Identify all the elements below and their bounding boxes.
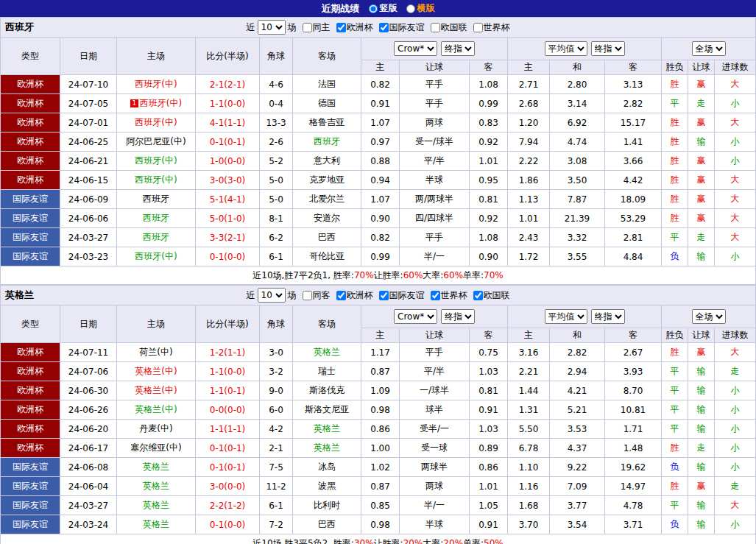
recent-count-select[interactable]: 10 <box>258 20 286 35</box>
euro-odds-header: 平均值 终指 <box>508 305 662 328</box>
asian-away-odds: 1.01 <box>470 477 508 496</box>
home-team: 西班牙(中) <box>117 152 196 171</box>
competition-type: 国际友谊 <box>1 515 60 534</box>
euro-odds-header: 平均值 终指 <box>508 38 662 60</box>
filter-option[interactable]: 同主 <box>303 21 331 34</box>
filter-option[interactable]: 欧国联 <box>431 21 467 34</box>
filter-checkbox[interactable] <box>431 23 440 32</box>
over-under-result: 小 <box>715 152 756 171</box>
euro-home-odds: 2.21 <box>508 362 550 381</box>
handicap-result: 走 <box>688 439 715 458</box>
filter-checkbox[interactable] <box>431 291 440 300</box>
summary-segment: 让胜率: <box>374 537 403 544</box>
filter-option[interactable]: 欧国联 <box>473 289 510 302</box>
competition-type: 欧洲杯 <box>1 381 60 400</box>
filter-option[interactable]: 国际友谊 <box>379 289 425 302</box>
col-asian-away: 客 <box>470 60 508 75</box>
scope-select[interactable]: 全场 <box>692 41 726 56</box>
over-under-result: 小 <box>715 247 756 266</box>
filter-checkbox[interactable] <box>473 291 483 300</box>
away-team: 英格兰 <box>293 439 361 458</box>
filter-option[interactable]: 同客 <box>303 289 331 302</box>
handicap-result: 赢 <box>688 343 715 362</box>
handicap-result: 赢 <box>688 113 715 133</box>
bookmaker-select[interactable]: Crow* <box>394 309 437 324</box>
away-team: 北爱尔兰 <box>293 190 361 209</box>
filter-checkbox[interactable] <box>303 23 312 32</box>
win-draw-loss-result: 平 <box>662 362 688 381</box>
euro-draw-odds: 9.22 <box>550 458 605 477</box>
team-section-england: 英格兰 近10场同客欧洲杯国际友谊世界杯欧国联 类型 日期 主场 比分(半场) … <box>0 285 756 544</box>
match-date: 24-06-09 <box>60 190 117 209</box>
final-odds-select-asian[interactable]: 终指 <box>441 309 475 324</box>
competition-type: 国际友谊 <box>1 247 60 266</box>
match-date: 24-06-06 <box>60 209 117 228</box>
filter-checkbox[interactable] <box>379 23 389 32</box>
euro-draw-odds: 6.92 <box>550 113 605 133</box>
score: 5-0(1-0) <box>196 209 260 228</box>
handicap-result: 输 <box>688 133 715 152</box>
match-row: 欧洲杯24-06-26英格兰(中)0-0(0-0)6-0斯洛文尼亚0.98球半0… <box>1 400 756 420</box>
asian-home-odds: 0.98 <box>361 400 400 420</box>
team-section-spain: 西班牙 近10场同主欧洲杯国际友谊欧国联世界杯 类型 日期 主场 比分(半场) … <box>0 17 756 285</box>
filter-option[interactable]: 国际友谊 <box>379 21 425 34</box>
euro-home-odds: 7.94 <box>508 133 550 152</box>
asian-handicap-line: 平手 <box>400 94 470 113</box>
recent-count-select[interactable]: 10 <box>258 288 286 303</box>
asian-away-odds: 0.92 <box>470 209 508 228</box>
win-draw-loss-result: 胜 <box>662 190 688 209</box>
col-home: 主场 <box>117 38 196 75</box>
layout-option-horizontal[interactable]: 横版 <box>406 2 435 15</box>
over-under-result: 大 <box>715 496 756 515</box>
horizontal-layout-radio[interactable] <box>406 4 415 13</box>
asian-odds-header: Crow* 终指 <box>361 38 508 60</box>
final-odds-select-euro[interactable]: 终指 <box>591 41 625 56</box>
match-date: 24-06-26 <box>60 400 117 420</box>
filter-checkbox[interactable] <box>336 291 346 300</box>
filter-checkbox[interactable] <box>379 291 389 300</box>
average-odds-select[interactable]: 平均值 <box>545 41 587 56</box>
filter-checkbox[interactable] <box>473 23 483 32</box>
handicap-result: 赢 <box>688 75 715 94</box>
vertical-layout-radio[interactable] <box>369 4 378 13</box>
scope-select[interactable]: 全场 <box>692 309 726 324</box>
home-team: 英格兰 <box>117 458 196 477</box>
final-odds-select-asian[interactable]: 终指 <box>441 41 475 56</box>
bookmaker-select[interactable]: Crow* <box>394 41 437 56</box>
summary-segment: 近10场,胜3平5负2, 胜率: <box>252 537 354 544</box>
filter-option[interactable]: 世界杯 <box>473 21 510 34</box>
filter-label: 世界杯 <box>441 289 467 302</box>
asian-handicap-line: 受一/球半 <box>400 133 470 152</box>
filter-option[interactable]: 欧洲杯 <box>336 289 373 302</box>
asian-handicap-line: 两球半 <box>400 458 470 477</box>
over-under-result: 走 <box>715 477 756 496</box>
filter-option[interactable]: 世界杯 <box>431 289 467 302</box>
average-odds-select[interactable]: 平均值 <box>545 309 587 324</box>
win-draw-loss-result: 胜 <box>662 152 688 171</box>
handicap-result: 赢 <box>688 152 715 171</box>
filter-option[interactable]: 欧洲杯 <box>336 21 373 34</box>
match-date: 24-03-23 <box>60 247 117 266</box>
handicap-result: 输 <box>688 247 715 266</box>
horizontal-layout-label: 横版 <box>417 2 435 15</box>
score: 3-0(0-0) <box>196 477 260 496</box>
vertical-layout-label: 竖版 <box>380 2 398 15</box>
euro-home-odds: 1.68 <box>508 496 550 515</box>
filter-checkbox[interactable] <box>336 23 346 32</box>
asian-away-odds: 0.91 <box>470 515 508 534</box>
final-odds-select-euro[interactable]: 终指 <box>591 309 625 324</box>
corner-count: 5-0 <box>260 190 293 209</box>
filter-checkbox[interactable] <box>303 291 312 300</box>
filter-label: 欧国联 <box>441 21 467 34</box>
layout-option-vertical[interactable]: 竖版 <box>369 2 398 15</box>
away-team: 斯洛文尼亚 <box>293 400 361 420</box>
filter-bar: 近10场同客欧洲杯国际友谊世界杯欧国联 <box>247 288 510 303</box>
score: 5-1(4-1) <box>196 190 260 209</box>
euro-home-odds: 1.86 <box>508 171 550 190</box>
asian-handicap-line: 平/半 <box>400 152 470 171</box>
away-team: 瑞士 <box>293 362 361 381</box>
match-row: 国际友谊24-06-08英格兰0-1(0-1)7-5冰岛1.02两球半0.861… <box>1 458 756 477</box>
home-team: 西班牙(中) <box>117 247 196 266</box>
overtime-badge: 1 <box>130 99 138 107</box>
match-row: 国际友谊24-03-24英格兰0-1(0-0)7-2巴西0.98半球0.913.… <box>1 515 756 534</box>
